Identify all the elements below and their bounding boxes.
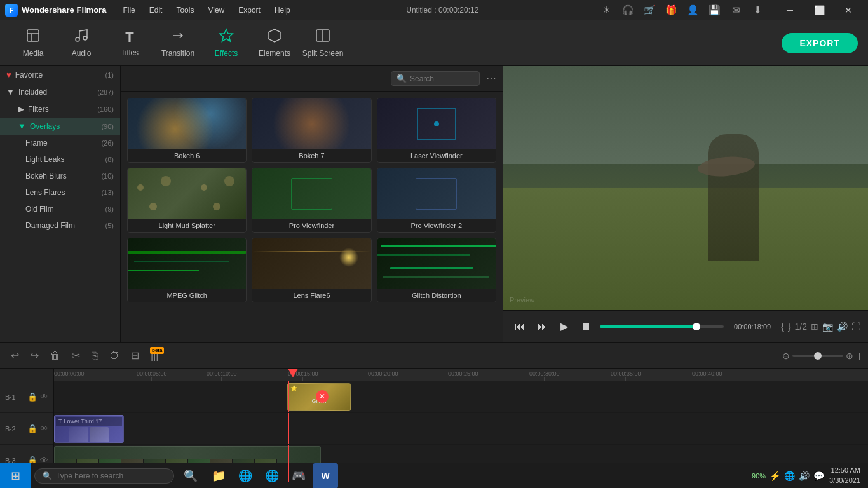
effect-card-glitch-distortion[interactable]: Glitch Distortion (377, 238, 496, 302)
taskbar-app-explorer[interactable]: 📁 (206, 463, 231, 489)
maximize-button[interactable]: ⬜ (804, 0, 834, 20)
sidebar-frame-count: (26) (101, 139, 114, 147)
sidebar-item-old-film[interactable]: Old Film (9) (0, 201, 120, 217)
track2-lock-icon[interactable]: 🔒 (27, 424, 37, 433)
copy-button[interactable]: ⎘ (88, 348, 101, 363)
sidebar-item-filters[interactable]: ▶ Filters (160) (0, 100, 120, 118)
taskbar-app-word[interactable]: W (313, 463, 338, 489)
sidebar-item-bokeh-blurs[interactable]: Bokeh Blurs (10) (0, 168, 120, 184)
zoom-handle[interactable] (814, 352, 822, 360)
track2-eye-icon[interactable]: 👁 (40, 424, 48, 433)
fullscreen-icon[interactable]: ⛶ (851, 322, 860, 332)
save-icon[interactable]: 💾 (707, 3, 722, 18)
toolbar-transition[interactable]: Transition (155, 24, 201, 62)
undo-button[interactable]: ↩ (8, 348, 22, 363)
ai-button[interactable]: ||| beta (147, 348, 161, 363)
toolbar-titles[interactable]: T Titles (107, 24, 153, 62)
track1-lock-icon[interactable]: 🔒 (27, 392, 37, 402)
toolbar-audio[interactable]: Audio (58, 24, 104, 62)
menu-file[interactable]: File (116, 3, 141, 17)
sidebar-item-damaged-film[interactable]: Damaged Film (5) (0, 217, 120, 234)
redo-button[interactable]: ↪ (27, 348, 42, 363)
minimize-button[interactable]: ─ (775, 0, 804, 20)
track1-icon: B·1 (5, 393, 16, 401)
preview-placeholder: Preview (503, 66, 868, 310)
stop-button[interactable]: ⏹ (577, 318, 595, 335)
clip-lower-third[interactable]: TLower Third 17 (54, 415, 124, 443)
start-button[interactable]: ⊞ (0, 463, 31, 489)
sidebar-item-overlays[interactable]: ▼ Overlays (90) (0, 118, 120, 135)
bracket-in-icon[interactable]: { (781, 322, 784, 332)
zoom-out-icon[interactable]: ⊖ (782, 351, 790, 361)
svg-point-1 (76, 37, 79, 41)
grid-toggle-icon[interactable]: ⋯ (486, 72, 496, 85)
cart-icon[interactable]: 🛒 (642, 3, 657, 18)
play-button[interactable]: ▶ (557, 318, 572, 335)
toolbar-splitscreen[interactable]: Split Screen (300, 24, 346, 62)
sidebar-item-light-leaks[interactable]: Light Leaks (8) (0, 151, 120, 168)
volume-icon[interactable]: 🔊 (837, 322, 848, 332)
headphones-icon[interactable]: 🎧 (620, 3, 635, 18)
menu-help[interactable]: Help (268, 3, 297, 17)
playhead-arrow (288, 369, 298, 377)
clip-glitch-distortion[interactable]: ⭐ Glitch ✕ (287, 383, 351, 411)
progress-bar[interactable] (600, 325, 724, 328)
cut-button[interactable]: ✂ (69, 348, 83, 363)
progress-handle[interactable] (693, 323, 700, 330)
taskbar-app-search[interactable]: 🔍 (178, 463, 203, 489)
frame-back-button[interactable]: ⏭ (534, 318, 552, 335)
sidebar-item-lens-flares[interactable]: Lens Flares (13) (0, 184, 120, 201)
delete-button[interactable]: 🗑 (47, 348, 64, 363)
sidebar-lightleaks-count: (8) (105, 156, 114, 163)
zoom-slider[interactable] (792, 355, 843, 357)
menu-edit[interactable]: Edit (143, 3, 169, 17)
effect-card-light-mud-splatter[interactable]: Light Mud Splatter (127, 168, 247, 233)
sidebar-item-frame[interactable]: Frame (26) (0, 135, 120, 151)
download-icon[interactable]: ⬇ (750, 3, 765, 18)
effect-card-bokeh6[interactable]: Bokeh 6 (127, 98, 247, 163)
bracket-out-icon[interactable]: } (788, 322, 791, 332)
user-icon[interactable]: 👤 (685, 3, 700, 18)
sun-icon[interactable]: ☀ (599, 3, 614, 18)
toolbar-media-label: Media (23, 49, 44, 58)
menu-export[interactable]: Export (232, 3, 267, 17)
effect-card-lens-flare6[interactable]: Lens Flare6 (252, 238, 371, 302)
toolbar-effects-label: Effects (215, 49, 238, 58)
taskbar-search-box[interactable]: 🔍 (34, 468, 174, 484)
track1-eye-icon[interactable]: 👁 (40, 392, 48, 402)
effect-card-laser-viewfinder[interactable]: Laser Viewfinder (377, 98, 496, 163)
close-button[interactable]: ✕ (834, 0, 863, 20)
sidebar-item-included[interactable]: ▼ Included (287) (0, 83, 120, 100)
notification-icon[interactable]: 💬 (813, 471, 824, 481)
effect-card-pro-viewfinder2[interactable]: Pro Viewfinder 2 (377, 168, 496, 233)
export-button[interactable]: EXPORT (782, 33, 858, 53)
mail-icon[interactable]: ✉ (728, 3, 743, 18)
sidebar-oldfilm-count: (9) (105, 205, 114, 213)
progress-fill (600, 325, 696, 328)
toolbar-elements[interactable]: Elements (252, 24, 297, 62)
adjust-button[interactable]: ⊟ (128, 348, 142, 363)
gift-icon[interactable]: 🎁 (663, 3, 679, 18)
menu-tools[interactable]: Tools (170, 3, 200, 17)
screenshot-icon[interactable]: 📷 (822, 322, 833, 332)
time-button[interactable]: ⏱ (106, 348, 123, 363)
zoom-in-icon[interactable]: ⊕ (846, 351, 853, 361)
toolbar-effects[interactable]: Effects (203, 24, 249, 62)
pip-icon[interactable]: ⊞ (811, 322, 818, 332)
step-back-button[interactable]: ⏮ (511, 318, 529, 335)
menu-view[interactable]: View (201, 3, 231, 17)
sidebar-item-favorite[interactable]: ♥ Favorite (1) (0, 66, 120, 83)
taskbar-app-chrome1[interactable]: 🌐 (233, 463, 258, 489)
volume-taskbar-icon[interactable]: 🔊 (799, 471, 810, 481)
taskbar-search-input[interactable] (56, 471, 166, 480)
taskbar-app-game[interactable]: 🎮 (286, 463, 311, 489)
effect-card-mpeg-glitch[interactable]: MPEG Glitch (127, 238, 247, 302)
search-input[interactable] (410, 74, 474, 83)
network-icon[interactable]: 🌐 (784, 471, 795, 481)
ruler-tick-5: 00:00:25:00 (448, 370, 478, 381)
taskbar-app-chrome2[interactable]: 🌐 (259, 463, 285, 489)
effect-card-bokeh7[interactable]: Bokeh 7 (252, 98, 371, 163)
effect-card-pro-viewfinder[interactable]: Pro Viewfinder (252, 168, 371, 233)
search-box[interactable]: 🔍 (391, 71, 480, 86)
toolbar-media[interactable]: Media (10, 24, 56, 62)
